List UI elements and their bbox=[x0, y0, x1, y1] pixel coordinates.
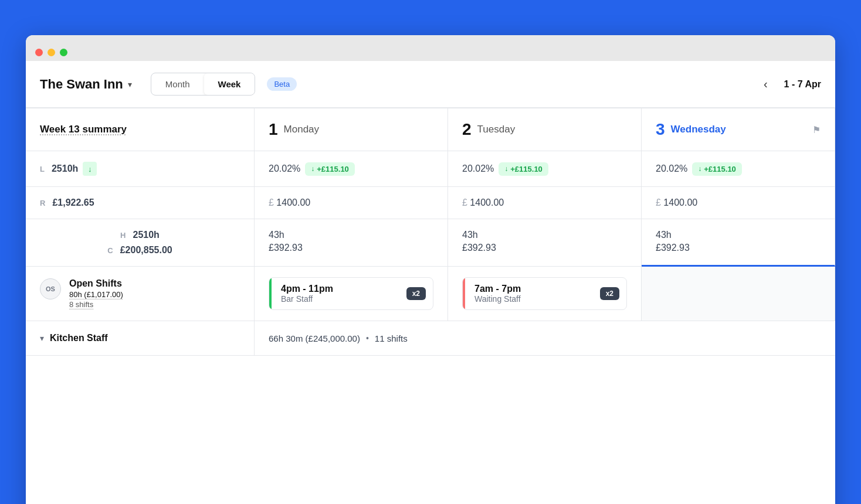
hours-monday: 43h bbox=[269, 230, 284, 240]
venue-name: The Swan Inn bbox=[40, 77, 123, 92]
open-shifts-tuesday-cell: 7am - 7pm Waiting Staff x2 bbox=[448, 267, 642, 321]
open-shifts-summary: OS Open Shifts 80h (£1,017.00) 8 shifts bbox=[26, 267, 255, 321]
cost-monday: £392.93 bbox=[269, 243, 303, 253]
day-name-tuesday: Tuesday bbox=[477, 124, 516, 135]
hours-wednesday: 43h bbox=[656, 230, 672, 240]
labour-wednesday-cell: 20.02% ↓ +£115.10 bbox=[642, 151, 835, 187]
traffic-light-green[interactable] bbox=[60, 49, 67, 56]
chevron-down-icon: ▾ bbox=[128, 80, 132, 89]
col-header-monday: 1 Monday bbox=[255, 108, 448, 151]
labour-value: 2510h bbox=[52, 164, 78, 174]
traffic-light-red[interactable] bbox=[35, 49, 43, 56]
kitchen-staff-label: Kitchen Staff bbox=[50, 333, 108, 343]
badge-value-monday: +£115.10 bbox=[317, 165, 349, 173]
cost-tuesday: £392.93 bbox=[462, 243, 496, 253]
hours-tuesday: 43h bbox=[462, 230, 478, 240]
badge-value-tuesday: +£115.10 bbox=[510, 165, 543, 173]
col-header-tuesday: 2 Tuesday bbox=[448, 108, 642, 151]
open-shifts-avatar: OS bbox=[40, 278, 61, 299]
flag-icon: ⚑ bbox=[812, 124, 821, 135]
badge-value-wednesday: +£115.10 bbox=[704, 165, 736, 173]
shift-role-tuesday: Waiting Staff bbox=[474, 294, 521, 304]
cost-wednesday: £392.93 bbox=[656, 243, 690, 253]
day-name-wednesday: Wednesday bbox=[671, 124, 726, 135]
labour-badge-tuesday: ↓ +£115.10 bbox=[499, 162, 548, 176]
shift-count-monday: x2 bbox=[406, 287, 426, 300]
open-shifts-title: Open Shifts bbox=[69, 278, 123, 289]
labour-badge-monday: ↓ +£115.10 bbox=[305, 162, 355, 176]
hours-cost-tuesday-cell: 43h £392.93 bbox=[448, 219, 642, 267]
kitchen-staff-info-cell: 66h 30m (£245,000.00) • 11 shifts bbox=[255, 321, 835, 356]
open-shifts-info: Open Shifts 80h (£1,017.00) 8 shifts bbox=[69, 278, 123, 309]
labour-row-label: L bbox=[40, 165, 45, 173]
beta-badge: Beta bbox=[267, 77, 297, 91]
labour-tuesday-cell: 20.02% ↓ +£115.10 bbox=[448, 151, 642, 187]
kitchen-expand-icon[interactable]: ▾ bbox=[40, 333, 44, 343]
open-shifts-monday-cell: 4pm - 11pm Bar Staff x2 bbox=[255, 267, 448, 321]
labour-pct-wednesday: 20.02% bbox=[656, 164, 687, 174]
prev-week-button[interactable]: ‹ bbox=[759, 75, 772, 93]
labour-pct-tuesday: 20.02% bbox=[462, 164, 494, 174]
kitchen-hours-cost: 66h 30m (£245,000.00) bbox=[269, 333, 360, 343]
revenue-wednesday: £ 1400.00 bbox=[656, 197, 697, 208]
schedule-grid: Week 13 summary 1 Monday 2 Tuesday 3 Wed… bbox=[26, 108, 835, 356]
week-summary-header: Week 13 summary bbox=[26, 108, 255, 151]
day-num-2: 2 bbox=[462, 120, 472, 139]
revenue-wed-num: 1400.00 bbox=[663, 197, 697, 207]
app-content: The Swan Inn ▾ Month Week Beta ‹ 1 - 7 A… bbox=[26, 61, 835, 504]
revenue-tue-num: 1400.00 bbox=[470, 197, 504, 207]
day-num-1: 1 bbox=[269, 120, 278, 139]
shift-card-tuesday-content: 7am - 7pm Waiting Staff bbox=[474, 284, 521, 304]
revenue-monday-cell: £ 1400.00 bbox=[255, 187, 448, 219]
summary-labour-cell: L 2510h ↓ bbox=[26, 151, 255, 187]
shift-card-monday-content: 4pm - 11pm Bar Staff bbox=[281, 284, 333, 304]
labour-monday-cell: 20.02% ↓ +£115.10 bbox=[255, 151, 448, 187]
cost-value: £200,855.00 bbox=[120, 245, 172, 256]
badge-arrow-tuesday: ↓ bbox=[504, 165, 508, 173]
header: The Swan Inn ▾ Month Week Beta ‹ 1 - 7 A… bbox=[26, 61, 835, 108]
shift-role-monday: Bar Staff bbox=[281, 294, 333, 304]
labour-badge-wednesday: ↓ +£115.10 bbox=[692, 162, 742, 176]
labour-pct-monday: 20.02% bbox=[269, 164, 300, 174]
browser-window: The Swan Inn ▾ Month Week Beta ‹ 1 - 7 A… bbox=[26, 35, 835, 504]
summary-revenue-cell: R £1,922.65 bbox=[26, 187, 255, 219]
shift-count-tuesday: x2 bbox=[600, 287, 619, 300]
venue-selector[interactable]: The Swan Inn ▾ bbox=[40, 77, 132, 92]
hours-cost-monday-cell: 43h £392.93 bbox=[255, 219, 448, 267]
shift-card-monday[interactable]: 4pm - 11pm Bar Staff x2 bbox=[269, 277, 433, 310]
revenue-tuesday-cell: £ 1400.00 bbox=[448, 187, 642, 219]
traffic-light-yellow[interactable] bbox=[48, 49, 55, 56]
revenue-value: £1,922.65 bbox=[52, 197, 94, 208]
hours-cost-wednesday-cell: 43h £392.93 bbox=[642, 219, 835, 267]
open-shifts-hours-cost: 80h (£1,017.00) bbox=[69, 290, 123, 299]
revenue-wednesday-cell: £ 1400.00 bbox=[642, 187, 835, 219]
shift-time-tuesday: 7am - 7pm bbox=[474, 284, 521, 294]
hours-value: 2510h bbox=[133, 230, 160, 240]
view-toggle: Month Week bbox=[151, 73, 256, 96]
labour-down-icon: ↓ bbox=[83, 162, 97, 176]
day-num-3: 3 bbox=[656, 120, 665, 139]
date-range-label: 1 - 7 Apr bbox=[784, 79, 821, 90]
week-summary-title: Week 13 summary bbox=[40, 124, 240, 135]
kitchen-shifts: 11 shifts bbox=[375, 333, 408, 343]
revenue-mon-num: 1400.00 bbox=[276, 197, 310, 207]
week-view-button[interactable]: Week bbox=[204, 73, 255, 95]
open-shifts-wednesday-cell bbox=[642, 267, 835, 321]
month-view-button[interactable]: Month bbox=[151, 73, 204, 95]
revenue-row-label: R bbox=[40, 199, 45, 207]
hours-row-label: H bbox=[120, 231, 126, 240]
shift-card-tuesday[interactable]: 7am - 7pm Waiting Staff x2 bbox=[462, 277, 627, 310]
day-name-monday: Monday bbox=[284, 124, 319, 135]
revenue-tuesday: £ 1400.00 bbox=[462, 197, 504, 208]
summary-hours-cost-cell: H 2510h C £200,855.00 bbox=[26, 219, 255, 267]
badge-arrow-monday: ↓ bbox=[311, 165, 314, 173]
open-shifts-count: 8 shifts bbox=[69, 300, 123, 309]
cost-row-label: C bbox=[107, 246, 113, 255]
kitchen-separator: • bbox=[366, 333, 369, 343]
revenue-monday: £ 1400.00 bbox=[269, 197, 310, 208]
badge-arrow-wednesday: ↓ bbox=[698, 165, 701, 173]
col-header-wednesday: 3 Wednesday ⚑ bbox=[642, 108, 835, 151]
browser-chrome bbox=[26, 35, 835, 61]
shift-time-monday: 4pm - 11pm bbox=[281, 284, 333, 294]
kitchen-staff-summary: ▾ Kitchen Staff bbox=[26, 321, 255, 356]
